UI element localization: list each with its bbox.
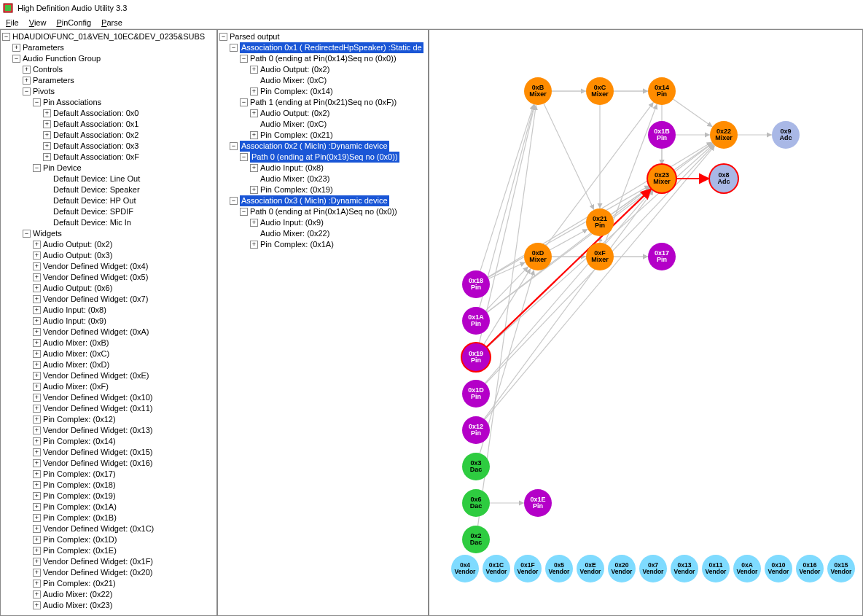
mid-row[interactable]: −Path 1 (ending at Pin(0x21)Seq no (0xF)… xyxy=(219,97,428,108)
left-row[interactable]: Default Device: Mic In xyxy=(2,217,216,228)
graph-node-0x22[interactable]: 0x22Mixer xyxy=(710,121,738,149)
mid-row[interactable]: Audio Mixer: (0xC) xyxy=(219,75,428,86)
left-row[interactable]: +Audio Output: (0x6) xyxy=(2,283,216,294)
graph-node-0x8[interactable]: 0x8Adc xyxy=(710,165,738,192)
left-row[interactable]: +Vendor Defined Widget: (0xE) xyxy=(2,370,216,381)
expand-icon[interactable]: + xyxy=(33,262,41,270)
collapse-icon[interactable]: − xyxy=(240,98,248,106)
expand-icon[interactable]: + xyxy=(33,273,41,281)
menu-parse[interactable]: Parse xyxy=(101,18,122,27)
left-row[interactable]: +Audio Mixer: (0xD) xyxy=(2,359,216,370)
expand-icon[interactable]: + xyxy=(33,361,41,369)
expand-icon[interactable]: + xyxy=(250,219,258,227)
expand-icon[interactable]: + xyxy=(33,492,41,500)
graph-node-0x1b[interactable]: 0x1BPin xyxy=(648,121,676,149)
left-row[interactable]: +Pin Complex: (0x14) xyxy=(2,436,216,447)
collapse-icon[interactable]: − xyxy=(2,33,10,41)
graph-panel[interactable]: 0xBMixer0xCMixer0x14Pin0x1BPin0x22Mixer0… xyxy=(429,29,863,616)
left-row[interactable]: +Vendor Defined Widget: (0x16) xyxy=(2,458,216,469)
expand-icon[interactable]: + xyxy=(250,131,258,139)
expand-icon[interactable]: + xyxy=(33,328,41,336)
collapse-icon[interactable]: − xyxy=(33,164,41,172)
left-row[interactable]: +Pin Complex: (0x1B) xyxy=(2,512,216,523)
expand-icon[interactable]: + xyxy=(33,470,41,478)
menu-pinconfig[interactable]: PinConfig xyxy=(56,18,91,27)
collapse-icon[interactable]: − xyxy=(230,197,238,205)
left-row[interactable]: +Vendor Defined Widget: (0x1F) xyxy=(2,556,216,567)
expand-icon[interactable]: + xyxy=(250,66,258,74)
left-row[interactable]: −Audio Function Group xyxy=(2,53,216,64)
graph-node-0xd[interactable]: 0xDMixer xyxy=(524,243,552,270)
left-row[interactable]: −Pin Associations xyxy=(2,97,216,108)
expand-icon[interactable]: + xyxy=(23,66,31,74)
expand-icon[interactable]: + xyxy=(33,569,41,577)
mid-row[interactable]: +Audio Output: (0x2) xyxy=(219,108,428,119)
mid-row[interactable]: −Path 0 (ending at Pin(0x19)Seq no (0x0)… xyxy=(219,152,428,163)
collapse-icon[interactable]: − xyxy=(240,55,248,63)
expand-icon[interactable]: + xyxy=(33,306,41,314)
graph-node-0x11[interactable]: 0x11Vendor xyxy=(702,555,730,582)
collapse-icon[interactable]: − xyxy=(12,55,20,63)
left-row[interactable]: +Vendor Defined Widget: (0x1C) xyxy=(2,523,216,534)
left-row[interactable]: +Default Association: 0x1 xyxy=(2,119,216,130)
expand-icon[interactable]: + xyxy=(23,77,31,85)
graph-node-0x17[interactable]: 0x17Pin xyxy=(648,243,676,270)
graph-node-0x15[interactable]: 0x15Vendor xyxy=(827,555,855,582)
graph-node-0x10[interactable]: 0x10Vendor xyxy=(765,555,792,582)
expand-icon[interactable]: + xyxy=(33,503,41,511)
collapse-icon[interactable]: − xyxy=(230,142,238,150)
left-row[interactable]: +Pin Complex: (0x1D) xyxy=(2,534,216,545)
left-row[interactable]: −Pin Device xyxy=(2,163,216,174)
left-row[interactable]: +Pin Complex: (0x1A) xyxy=(2,502,216,512)
graph-node-0x1c[interactable]: 0x1CVendor xyxy=(483,555,510,582)
expand-icon[interactable]: + xyxy=(33,558,41,566)
mid-row[interactable]: +Audio Input: (0x8) xyxy=(219,163,428,174)
expand-icon[interactable]: + xyxy=(33,350,41,358)
graph-node-0xb[interactable]: 0xBMixer xyxy=(524,77,552,105)
mid-row[interactable]: +Pin Complex: (0x1A) xyxy=(219,239,428,250)
graph-node-0xc[interactable]: 0xCMixer xyxy=(586,77,614,105)
graph-node-0x13[interactable]: 0x13Vendor xyxy=(671,555,698,582)
mid-row[interactable]: −Association 0x1 ( RedirectedHpSpeaker) … xyxy=(219,42,428,53)
expand-icon[interactable]: + xyxy=(33,525,41,533)
collapse-icon[interactable]: − xyxy=(23,87,31,95)
left-row[interactable]: +Parameters xyxy=(2,75,216,86)
mid-row[interactable]: +Pin Complex: (0x21) xyxy=(219,130,428,141)
expand-icon[interactable]: + xyxy=(43,131,51,139)
collapse-icon[interactable]: − xyxy=(33,98,41,106)
expand-icon[interactable]: + xyxy=(33,437,41,445)
expand-icon[interactable]: + xyxy=(43,153,51,161)
expand-icon[interactable]: + xyxy=(33,547,41,555)
collapse-icon[interactable]: − xyxy=(23,230,31,238)
graph-node-0xa[interactable]: 0xAVendor xyxy=(733,555,761,582)
left-row[interactable]: −Widgets xyxy=(2,228,216,239)
graph-node-0xf[interactable]: 0xFMixer xyxy=(586,243,614,270)
graph-node-0x12[interactable]: 0x12Pin xyxy=(462,416,490,444)
mid-row[interactable]: −Path 0 (ending at Pin(0x14)Seq no (0x0)… xyxy=(219,53,428,64)
collapse-icon[interactable]: − xyxy=(240,153,248,161)
left-row[interactable]: −HDAUDIO\FUNC_01&VEN_10EC&DEV_0235&SUBS xyxy=(2,31,216,42)
collapse-icon[interactable]: − xyxy=(230,44,238,52)
left-row[interactable]: +Controls xyxy=(2,64,216,75)
graph-node-0x2[interactable]: 0x2Dac xyxy=(462,526,490,553)
menu-file[interactable]: File xyxy=(6,18,19,27)
graph-node-0x19[interactable]: 0x19Pin xyxy=(462,343,490,371)
expand-icon[interactable]: + xyxy=(250,241,258,249)
expand-icon[interactable]: + xyxy=(33,372,41,380)
left-row[interactable]: +Pin Complex: (0x21) xyxy=(2,578,216,589)
expand-icon[interactable]: + xyxy=(33,459,41,467)
mid-row[interactable]: Audio Mixer: (0x23) xyxy=(219,174,428,184)
left-row[interactable]: Default Device: Speaker xyxy=(2,184,216,195)
left-row[interactable]: Default Device: SPDIF xyxy=(2,206,216,217)
left-row[interactable]: +Audio Mixer: (0xF) xyxy=(2,381,216,392)
graph-node-0x16[interactable]: 0x16Vendor xyxy=(796,555,824,582)
expand-icon[interactable]: + xyxy=(12,44,20,52)
left-row[interactable]: +Vendor Defined Widget: (0x20) xyxy=(2,567,216,578)
expand-icon[interactable]: + xyxy=(33,317,41,325)
left-row[interactable]: +Pin Complex: (0x17) xyxy=(2,469,216,480)
expand-icon[interactable]: + xyxy=(33,295,41,303)
left-row[interactable]: Default Device: HP Out xyxy=(2,195,216,206)
left-row[interactable]: +Vendor Defined Widget: (0x5) xyxy=(2,272,216,283)
expand-icon[interactable]: + xyxy=(33,339,41,347)
left-row[interactable]: +Parameters xyxy=(2,42,216,53)
